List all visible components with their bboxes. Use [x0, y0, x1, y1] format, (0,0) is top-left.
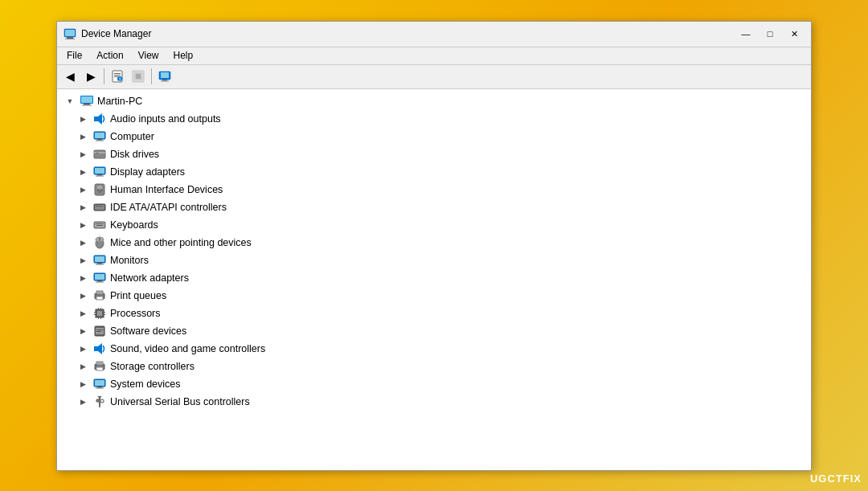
item-icon-keyboard	[92, 219, 107, 231]
tree-item-keyboard[interactable]: ▶ Keyboards	[57, 216, 811, 234]
tree-item-network[interactable]: ▶ Network adapters	[57, 269, 811, 287]
tree-item-mice[interactable]: ▶ Mice and other pointing devices	[57, 234, 811, 252]
svg-rect-67	[96, 294, 97, 295]
tree-root[interactable]: ▼ Martin-PC	[57, 92, 811, 110]
toolbar-sep-2	[151, 68, 152, 84]
expand-icon-processors: ▶	[76, 307, 89, 320]
expand-icon-display: ▶	[76, 166, 89, 178]
properties-button[interactable]: ?	[108, 67, 127, 86]
tree-item-system[interactable]: ▶ System devices	[57, 375, 811, 393]
svg-rect-19	[84, 104, 90, 105]
tree-item-processors[interactable]: ▶ Processors	[57, 305, 811, 322]
item-label-mice: Mice and other pointing devices	[110, 237, 252, 248]
svg-rect-16	[161, 81, 169, 82]
tree-item-computer[interactable]: ▶ Computer	[57, 128, 811, 145]
svg-rect-85	[96, 362, 103, 365]
svg-rect-49	[100, 223, 102, 224]
item-icon-display	[92, 166, 107, 178]
item-label-usb: Universal Serial Bus controllers	[110, 396, 250, 407]
svg-text:?: ?	[119, 77, 121, 82]
item-icon-software	[92, 325, 107, 338]
tree-item-ide[interactable]: ▶ IDE ATA/ATAPI controllers	[57, 198, 811, 216]
svg-rect-76	[98, 317, 99, 319]
title-bar-left: Device Manager	[63, 27, 151, 40]
maximize-button[interactable]: □	[760, 26, 780, 42]
item-icon-sound	[92, 342, 107, 355]
root-expand-icon: ▼	[63, 95, 76, 108]
window-controls: — □ ✕	[735, 26, 805, 42]
svg-rect-46	[96, 223, 97, 224]
svg-rect-50	[102, 223, 104, 224]
item-label-audio: Audio inputs and outputs	[110, 113, 221, 125]
item-label-sound: Sound, video and game controllers	[110, 343, 265, 354]
svg-rect-47	[97, 223, 99, 224]
expand-icon-audio: ▶	[76, 113, 89, 125]
menu-view[interactable]: View	[132, 48, 166, 63]
item-label-print: Print queues	[110, 290, 166, 301]
item-icon-disk	[92, 148, 107, 161]
svg-rect-43	[100, 206, 102, 207]
svg-rect-59	[96, 264, 104, 264]
svg-rect-2	[65, 39, 75, 39]
item-label-network: Network adapters	[110, 272, 189, 284]
svg-rect-33	[96, 175, 104, 176]
svg-rect-32	[97, 174, 102, 176]
menu-help[interactable]: Help	[167, 48, 200, 63]
item-icon-audio	[92, 113, 107, 125]
expand-icon-sound: ▶	[76, 342, 89, 355]
item-icon-hid	[92, 183, 107, 196]
tree-item-display[interactable]: ▶ Display adapters	[57, 163, 811, 181]
close-button[interactable]: ✕	[784, 26, 805, 42]
tree-item-hid[interactable]: ▶ Human Interface Devices	[57, 181, 811, 198]
toolbar-sep-1	[104, 68, 104, 84]
svg-point-37	[100, 190, 102, 191]
minimize-button[interactable]: —	[735, 26, 756, 42]
svg-rect-58	[97, 263, 102, 264]
item-icon-usb	[92, 395, 107, 408]
svg-rect-82	[94, 346, 98, 351]
back-button[interactable]: ◀	[60, 67, 80, 86]
svg-rect-42	[98, 206, 100, 207]
tree-item-usb[interactable]: ▶ Universal Serial Bus controllers	[57, 393, 811, 411]
svg-rect-91	[96, 387, 104, 388]
item-label-ide: IDE ATA/ATAPI controllers	[110, 202, 227, 213]
svg-rect-69	[97, 311, 102, 316]
device-tree[interactable]: ▼ Martin-PC ▶ Audio inputs and outputs ▶…	[57, 89, 811, 470]
svg-rect-90	[97, 387, 102, 388]
toolbar: ◀ ▶ ?	[57, 65, 811, 89]
tree-item-software[interactable]: ▶ Software devices	[57, 322, 811, 340]
svg-point-55	[99, 238, 100, 239]
tree-item-storage[interactable]: ▶ Storage controllers	[57, 358, 811, 375]
menu-action[interactable]: Action	[90, 48, 129, 63]
expand-icon-mice: ▶	[76, 236, 89, 249]
item-label-hid: Human Interface Devices	[110, 184, 223, 195]
svg-point-36	[97, 190, 99, 191]
update-driver-button[interactable]	[129, 67, 148, 86]
svg-rect-70	[94, 312, 96, 313]
svg-rect-73	[104, 314, 105, 315]
tree-item-disk[interactable]: ▶ Disk drives	[57, 145, 811, 163]
tree-item-print[interactable]: ▶ Print queues	[57, 287, 811, 305]
forward-button[interactable]: ▶	[81, 67, 100, 86]
expand-icon-monitors: ▶	[76, 254, 89, 267]
item-icon-system	[92, 378, 107, 391]
svg-rect-29	[96, 153, 99, 153]
tree-item-audio[interactable]: ▶ Audio inputs and outputs	[57, 110, 811, 128]
expand-icon-software: ▶	[76, 325, 89, 338]
svg-rect-5	[114, 73, 121, 74]
svg-point-38	[99, 191, 100, 193]
title-bar: Device Manager — □ ✕	[57, 22, 811, 47]
monitor-button[interactable]	[155, 67, 174, 86]
item-icon-computer	[92, 130, 107, 143]
expand-icon-disk: ▶	[76, 148, 89, 161]
svg-rect-15	[162, 80, 167, 81]
item-label-keyboard: Keyboards	[110, 219, 158, 231]
expand-icon-system: ▶	[76, 378, 89, 391]
menu-bar: File Action View Help	[57, 47, 811, 65]
tree-item-sound[interactable]: ▶ Sound, video and game controllers	[57, 340, 811, 358]
tree-item-monitors[interactable]: ▶ Monitors	[57, 252, 811, 269]
svg-rect-63	[96, 281, 104, 282]
root-label: Martin-PC	[97, 96, 142, 107]
menu-file[interactable]: File	[60, 48, 88, 63]
svg-rect-80	[96, 329, 103, 330]
